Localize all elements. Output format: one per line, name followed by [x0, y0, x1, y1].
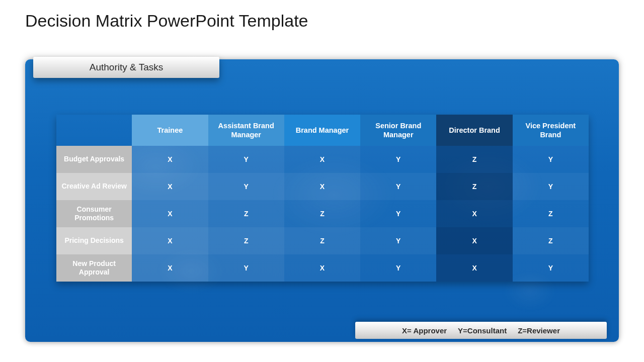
matrix-cell: Z [284, 200, 360, 227]
matrix-cell: X [436, 227, 512, 254]
matrix-cell: X [284, 173, 360, 200]
matrix-cell: Z [513, 200, 589, 227]
table-row: Consumer Promotions X Z Z Y X Z [56, 200, 589, 227]
col-header-vice-president-brand: Vice President Brand [513, 115, 589, 146]
matrix-cell: Y [360, 200, 436, 227]
matrix-cell: X [132, 200, 208, 227]
matrix-cell: Y [513, 146, 589, 173]
legend-x: X= Approver [402, 326, 447, 335]
legend-y: Y=Consultant [458, 326, 507, 335]
col-header-assistant-brand-manager: Assistant Brand Manager [208, 115, 284, 146]
matrix-cell: Y [208, 146, 284, 173]
matrix-cell: Y [360, 173, 436, 200]
matrix-cell: X [132, 254, 208, 282]
matrix-cell: Z [513, 227, 589, 254]
row-header: Budget Approvals [56, 146, 132, 173]
row-header: New Product Approval [56, 254, 132, 282]
matrix-cell: Z [208, 227, 284, 254]
matrix-cell: Y [513, 254, 589, 282]
legend-bar: X= Approver Y=Consultant Z=Reviewer [355, 322, 607, 339]
matrix-cell: Z [436, 173, 512, 200]
col-header-director-brand: Director Brand [436, 115, 512, 146]
matrix-cell: Y [208, 173, 284, 200]
row-header: Pricing Decisions [56, 227, 132, 254]
table-row: Pricing Decisions X Z Z Y X Z [56, 227, 589, 254]
table-row: Budget Approvals X Y X Y Z Y [56, 146, 589, 173]
matrix-cell: Y [360, 227, 436, 254]
matrix-table-wrap: Trainee Assistant Brand Manager Brand Ma… [56, 115, 589, 282]
corner-cell [56, 115, 132, 146]
decision-matrix-table: Trainee Assistant Brand Manager Brand Ma… [56, 115, 589, 282]
matrix-cell: X [436, 254, 512, 282]
matrix-cell: Z [284, 227, 360, 254]
matrix-cell: Z [208, 200, 284, 227]
legend-z: Z=Reviewer [518, 326, 560, 335]
col-header-brand-manager: Brand Manager [284, 115, 360, 146]
matrix-cell: Y [208, 254, 284, 282]
matrix-cell: X [132, 227, 208, 254]
table-row: New Product Approval X Y X Y X Y [56, 254, 589, 282]
col-header-trainee: Trainee [132, 115, 208, 146]
matrix-panel: Authority & Tasks Trainee Assistant Bran… [25, 59, 619, 342]
matrix-cell: X [284, 254, 360, 282]
matrix-cell: Y [360, 254, 436, 282]
matrix-cell: X [132, 146, 208, 173]
matrix-cell: X [132, 173, 208, 200]
section-tab: Authority & Tasks [33, 57, 219, 78]
matrix-cell: X [284, 146, 360, 173]
table-row: Creative Ad Review X Y X Y Z Y [56, 173, 589, 200]
row-header: Creative Ad Review [56, 173, 132, 200]
matrix-cell: Y [513, 173, 589, 200]
matrix-cell: X [436, 200, 512, 227]
row-header: Consumer Promotions [56, 200, 132, 227]
page-title: Decision Matrix PowerPoint Template [25, 11, 308, 31]
matrix-cell: Z [436, 146, 512, 173]
col-header-senior-brand-manager: Senior Brand Manager [360, 115, 436, 146]
matrix-cell: Y [360, 146, 436, 173]
